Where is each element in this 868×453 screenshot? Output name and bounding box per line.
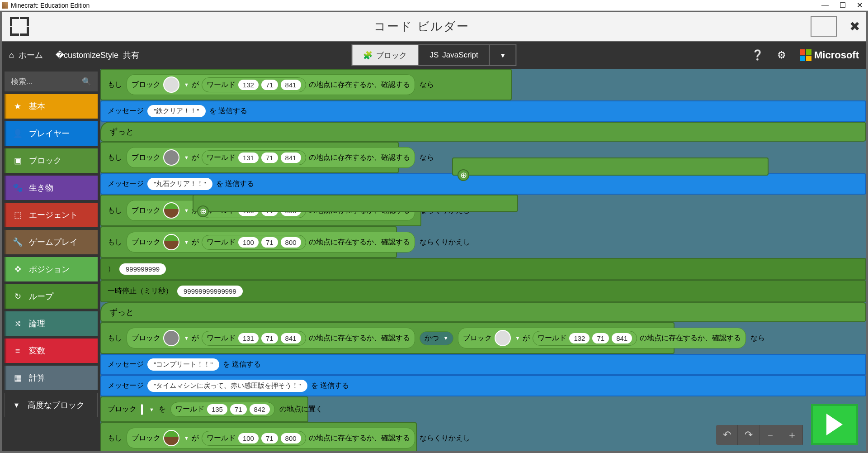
cat-math[interactable]: ▦計算 xyxy=(5,366,98,390)
block-test-expr[interactable]: ブロック▼ が ワールド13271841 の地点に存在するか、確認する xyxy=(127,74,415,95)
while-block[interactable]: もし ブロック▼ が ワールド10071800 の地点に存在するか、確認する な… xyxy=(100,226,397,258)
redo-button[interactable]: ↷ xyxy=(738,425,760,445)
send-message-block[interactable]: メッセージ"鉄クリア！！"を 送信する xyxy=(100,100,866,122)
pause-block[interactable]: ）999999999 xyxy=(100,258,866,280)
cat-gameplay[interactable]: 🔧ゲームプレイ xyxy=(5,230,98,254)
maximize-icon[interactable]: ☐ xyxy=(840,1,846,10)
help-icon[interactable]: ❔ xyxy=(751,49,764,61)
send-message-block[interactable]: メッセージ"タイムマシンに戻って、赤い感圧版を押そう！"を 送信する xyxy=(100,375,866,396)
undo-button[interactable]: ↶ xyxy=(716,425,738,445)
window-titlebar: Minecraft: Education Edition — ☐ ✕ xyxy=(0,0,868,11)
list-view-button[interactable] xyxy=(811,16,837,37)
paw-icon: 🐾 xyxy=(13,183,23,193)
message-text[interactable]: "鉄クリア！！" xyxy=(147,105,206,117)
chevron-down-icon: ▼ xyxy=(184,82,189,87)
play-icon xyxy=(826,414,843,435)
if-block[interactable]: もし ブロック▼ が ワールド13271841 の地点に存在するか、確認する な… xyxy=(100,69,512,100)
calc-icon: ▦ xyxy=(13,373,23,383)
share-button[interactable]: �customizeStyle共有 xyxy=(56,50,139,61)
forever-block[interactable]: ずっと xyxy=(100,302,866,322)
pause-block[interactable]: 一時停止（ミリ秒）99999999999999 xyxy=(100,280,866,302)
cat-basic[interactable]: ★基本 xyxy=(5,94,98,119)
close-panel-icon[interactable]: ✖ xyxy=(849,19,860,34)
c-footer xyxy=(452,157,769,176)
while-block[interactable]: もし ブロック▼ が ワールド10071800 の地点に存在するか、確認する な… xyxy=(100,422,417,451)
block-picker[interactable] xyxy=(141,404,143,415)
block-picker[interactable] xyxy=(163,76,179,93)
page-title: コード ビルダー xyxy=(33,19,811,34)
place-block[interactable]: ブロック▼ を ワールド13571842 の地点に置く xyxy=(100,396,308,422)
zoom-in-button[interactable]: ＋ xyxy=(781,425,803,445)
loop-icon: ↻ xyxy=(13,291,23,301)
gear-icon[interactable]: ⚙ xyxy=(777,49,786,61)
if-and-block[interactable]: もし ブロック▼ が ワールド13171841 の地点に存在するか、確認する か… xyxy=(100,322,675,354)
toolbar: ⌂ホーム �customizeStyle共有 🧩ブロック JSJavaScrip… xyxy=(2,42,866,69)
window-title: Minecraft: Education Edition xyxy=(11,2,90,9)
js-icon: JS xyxy=(429,51,439,60)
home-button[interactable]: ⌂ホーム xyxy=(9,50,43,61)
cat-blocks[interactable]: ▣ブロック xyxy=(5,148,98,173)
close-icon[interactable]: ✕ xyxy=(857,1,863,10)
tab-blocks[interactable]: 🧩ブロック xyxy=(352,45,419,65)
cat-loops[interactable]: ↻ループ xyxy=(5,284,98,309)
add-branch-icon[interactable]: ⊕ xyxy=(197,205,209,217)
puzzle-icon: 🧩 xyxy=(363,51,373,60)
chevron-down-icon: ▾ xyxy=(11,400,21,410)
minimize-icon[interactable]: — xyxy=(821,1,829,10)
zoom-out-button[interactable]: － xyxy=(760,425,781,445)
chevron-down-icon: ▾ xyxy=(501,51,505,60)
cat-player[interactable]: 👤プレイヤー xyxy=(5,121,98,146)
app-icon xyxy=(2,2,8,9)
robot-icon: ⬚ xyxy=(13,210,23,220)
window-controls: — ☐ ✕ xyxy=(821,1,866,10)
cat-agent[interactable]: ⬚エージェント xyxy=(5,203,98,227)
blocks-canvas[interactable]: もし ブロック▼ が ワールド13271841 の地点に存在するか、確認する な… xyxy=(100,69,866,451)
cat-variables[interactable]: ≡変数 xyxy=(5,339,98,363)
add-branch-icon[interactable]: ⊕ xyxy=(458,169,469,181)
home-icon: ⌂ xyxy=(9,51,14,60)
cat-advanced[interactable]: ▾高度なブロック xyxy=(5,393,98,417)
if-block[interactable]: もし ブロック▼ が ワールド13171841 の地点に存在するか、確認する な… xyxy=(100,142,399,173)
editor-tabs: 🧩ブロック JSJavaScript ▾ xyxy=(351,44,516,66)
cat-mobs[interactable]: 🐾生き物 xyxy=(5,176,98,200)
tab-javascript[interactable]: JSJavaScript xyxy=(419,45,490,65)
move-icon: ✥ xyxy=(13,264,23,274)
list-icon: ≡ xyxy=(13,346,23,356)
star-icon: ★ xyxy=(13,101,23,111)
forever-block[interactable]: ずっと xyxy=(100,122,866,142)
shuffle-icon: ⤭ xyxy=(13,319,23,329)
send-message-block[interactable]: メッセージ"丸石クリア！！"を 送信する xyxy=(100,173,866,195)
block-test-expr[interactable]: ブロック▼ が ワールド13171841 の地点に存在するか、確認する xyxy=(127,147,415,168)
c-footer xyxy=(193,195,518,212)
wrench-icon: 🔧 xyxy=(13,237,23,247)
tab-more[interactable]: ▾ xyxy=(490,45,516,65)
category-sidebar: 検索...🔍 ★基本 👤プレイヤー ▣ブロック 🐾生き物 ⬚エージェント 🔧ゲー… xyxy=(2,69,100,451)
cat-positions[interactable]: ✥ポジション xyxy=(5,257,98,281)
block-picker[interactable] xyxy=(163,149,179,166)
cat-logic[interactable]: ⤭論理 xyxy=(5,311,98,336)
person-icon: 👤 xyxy=(13,129,23,138)
send-message-block[interactable]: メッセージ"コンプリート！！"を 送信する xyxy=(100,354,866,375)
app-header: コード ビルダー ✖ xyxy=(2,12,866,42)
zoom-controls: ↶ ↷ － ＋ xyxy=(716,425,803,445)
run-button[interactable] xyxy=(811,404,858,445)
exit-fullscreen-icon[interactable] xyxy=(6,13,33,39)
share-icon: �customizeStyle xyxy=(56,50,118,60)
cube-icon: ▣ xyxy=(13,156,23,166)
microsoft-logo: Microsoft xyxy=(800,49,859,61)
search-icon: 🔍 xyxy=(82,77,91,86)
search-input[interactable]: 検索...🔍 xyxy=(5,72,98,91)
